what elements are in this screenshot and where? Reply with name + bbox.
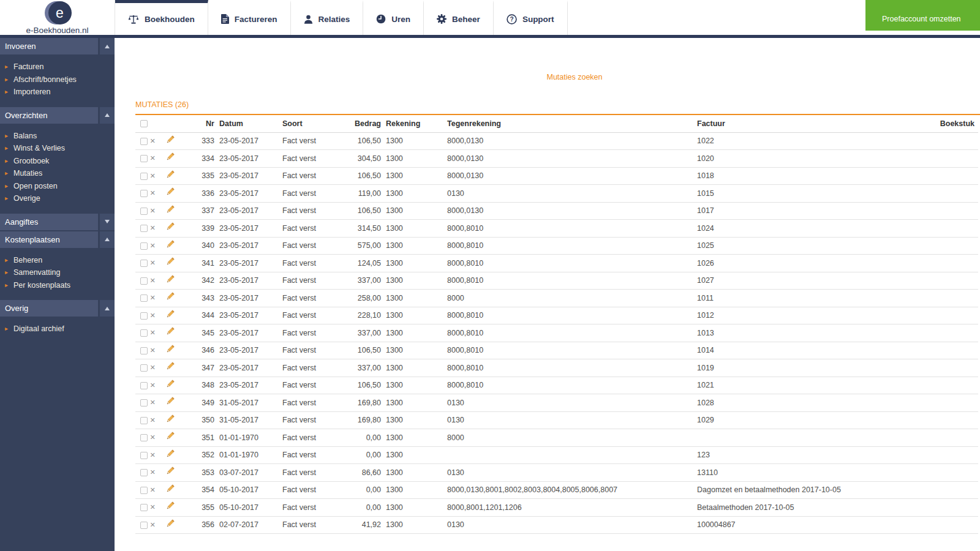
sidebar-item-afschrift-bonnetjes[interactable]: ▸ Afschrift/bonnetjes (0, 73, 115, 86)
delete-row-icon[interactable]: × (150, 345, 155, 355)
sidebar-item-balans[interactable]: ▸ Balans (0, 130, 115, 143)
row-checkbox[interactable] (140, 190, 148, 197)
section-collapse-toggle[interactable] (100, 231, 115, 248)
edit-pencil-icon[interactable] (165, 293, 174, 303)
edit-pencil-icon[interactable] (165, 520, 174, 530)
row-checkbox[interactable] (140, 434, 148, 441)
tab-factureren[interactable]: Factureren (208, 0, 291, 35)
delete-row-icon[interactable]: × (150, 485, 155, 495)
sidebar-item-samenvatting[interactable]: ▸ Samenvatting (0, 266, 115, 279)
sidebar-section-header-overzichten[interactable]: Overzichten (0, 107, 115, 124)
row-checkbox[interactable] (140, 364, 148, 372)
delete-row-icon[interactable]: × (150, 520, 155, 530)
edit-pencil-icon[interactable] (165, 153, 174, 163)
row-checkbox[interactable] (140, 417, 148, 424)
sidebar-section-header-overig[interactable]: Overig (0, 300, 115, 317)
sidebar-section-header-kostenplaatsen[interactable]: Kostenplaatsen (0, 231, 115, 248)
tab-uren[interactable]: Uren (363, 0, 424, 35)
delete-row-icon[interactable]: × (150, 328, 155, 337)
row-checkbox[interactable] (140, 469, 148, 476)
row-checkbox[interactable] (140, 382, 148, 389)
row-checkbox[interactable] (140, 329, 148, 337)
sidebar-item-beheren[interactable]: ▸ Beheren (0, 254, 115, 267)
row-checkbox[interactable] (140, 260, 148, 267)
sidebar-item-digitaal-archief[interactable]: ▸ Digitaal archief (0, 323, 115, 335)
edit-pencil-icon[interactable] (165, 467, 174, 478)
row-checkbox[interactable] (140, 173, 148, 180)
tab-beheer[interactable]: Beheer (424, 0, 494, 35)
delete-row-icon[interactable]: × (150, 136, 155, 146)
row-checkbox[interactable] (140, 522, 148, 529)
sidebar-item-importeren[interactable]: ▸ Importeren (0, 86, 115, 99)
sidebar-item-overige[interactable]: ▸ Overige (0, 192, 115, 205)
row-checkbox[interactable] (140, 399, 148, 407)
section-collapse-toggle[interactable] (100, 38, 115, 54)
select-all-checkbox[interactable] (140, 120, 148, 127)
edit-pencil-icon[interactable] (165, 415, 174, 425)
section-collapse-toggle[interactable] (100, 107, 115, 124)
edit-pencil-icon[interactable] (165, 450, 174, 460)
edit-pencil-icon[interactable] (165, 188, 174, 198)
edit-pencil-icon[interactable] (165, 380, 174, 391)
edit-pencil-icon[interactable] (165, 258, 174, 268)
edit-pencil-icon[interactable] (165, 171, 174, 181)
edit-pencil-icon[interactable] (165, 136, 174, 146)
sidebar-item-per-kostenplaats[interactable]: ▸ Per kostenplaats (0, 279, 115, 292)
sidebar-section-header-aangiftes[interactable]: Aangiftes (0, 214, 115, 230)
row-checkbox[interactable] (140, 347, 148, 354)
delete-row-icon[interactable]: × (150, 380, 155, 390)
tab-boekhouden[interactable]: Boekhouden (115, 0, 208, 35)
row-checkbox[interactable] (140, 504, 148, 511)
row-checkbox[interactable] (140, 277, 148, 285)
edit-pencil-icon[interactable] (165, 345, 174, 356)
edit-pencil-icon[interactable] (165, 362, 174, 373)
row-checkbox[interactable] (140, 155, 148, 162)
delete-row-icon[interactable]: × (150, 293, 155, 302)
delete-row-icon[interactable]: × (150, 397, 155, 407)
delete-row-icon[interactable]: × (150, 258, 155, 268)
delete-row-icon[interactable]: × (150, 223, 155, 233)
sidebar-section-header-invoeren[interactable]: Invoeren (0, 38, 115, 54)
sidebar-item-grootboek[interactable]: ▸ Grootboek (0, 155, 115, 168)
section-collapse-toggle[interactable] (100, 300, 115, 317)
delete-row-icon[interactable]: × (150, 188, 155, 198)
delete-row-icon[interactable]: × (150, 276, 155, 285)
edit-pencil-icon[interactable] (165, 328, 174, 338)
row-checkbox[interactable] (140, 452, 148, 459)
edit-pencil-icon[interactable] (165, 276, 174, 286)
row-checkbox[interactable] (140, 487, 148, 494)
row-checkbox[interactable] (140, 312, 148, 320)
sidebar-item-mutaties[interactable]: ▸ Mutaties (0, 167, 115, 180)
edit-pencil-icon[interactable] (165, 432, 174, 443)
convert-trial-button[interactable]: Proefaccount omzetten (865, 0, 980, 31)
tab-support[interactable]: ? Support (494, 0, 568, 35)
row-checkbox[interactable] (140, 294, 148, 302)
edit-pencil-icon[interactable] (165, 397, 174, 408)
delete-row-icon[interactable]: × (150, 450, 155, 460)
delete-row-icon[interactable]: × (150, 362, 155, 372)
delete-row-icon[interactable]: × (150, 432, 155, 442)
sidebar-item-facturen[interactable]: ▸ Facturen (0, 61, 115, 73)
delete-row-icon[interactable]: × (150, 415, 155, 425)
edit-pencil-icon[interactable] (165, 502, 174, 512)
delete-row-icon[interactable]: × (150, 153, 155, 163)
edit-pencil-icon[interactable] (165, 485, 174, 495)
delete-row-icon[interactable]: × (150, 206, 155, 216)
sidebar-item-open-posten[interactable]: ▸ Open posten (0, 180, 115, 193)
tab-relaties[interactable]: Relaties (291, 0, 364, 35)
delete-row-icon[interactable]: × (150, 502, 155, 512)
edit-pencil-icon[interactable] (165, 241, 174, 251)
row-checkbox[interactable] (140, 208, 148, 215)
section-collapse-toggle[interactable] (100, 214, 115, 230)
edit-pencil-icon[interactable] (165, 206, 174, 216)
row-checkbox[interactable] (140, 225, 148, 232)
mutaties-zoeken-link[interactable]: Mutaties zoeken (546, 73, 602, 81)
sidebar-item-winst-verlies[interactable]: ▸ Winst & Verlies (0, 142, 115, 155)
edit-pencil-icon[interactable] (165, 310, 174, 321)
delete-row-icon[interactable]: × (150, 310, 155, 320)
row-checkbox[interactable] (140, 242, 148, 250)
delete-row-icon[interactable]: × (150, 241, 155, 250)
delete-row-icon[interactable]: × (150, 171, 155, 181)
edit-pencil-icon[interactable] (165, 223, 174, 233)
row-checkbox[interactable] (140, 138, 148, 145)
